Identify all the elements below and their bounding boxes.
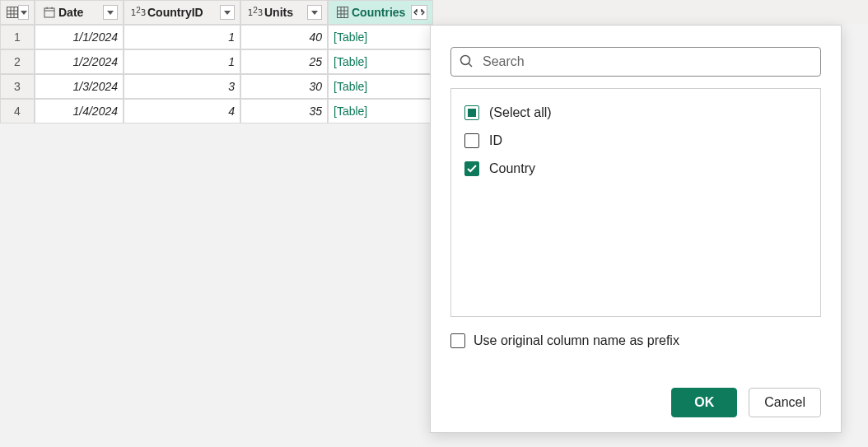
cell-countries[interactable]: [Table] (328, 99, 433, 123)
cell-date[interactable]: 1/3/2024 (35, 74, 124, 99)
svg-rect-0 (7, 7, 17, 18)
header-countryid-dropdown[interactable] (220, 5, 235, 20)
cell-date[interactable]: 1/4/2024 (35, 99, 124, 123)
header-units-label: Units (264, 6, 293, 19)
expand-icon[interactable] (411, 5, 427, 20)
search-input[interactable] (450, 47, 821, 77)
checkbox-unchecked-icon (450, 333, 465, 348)
cell-countryid[interactable]: 3 (124, 74, 240, 99)
number-type-icon: 123 (246, 5, 264, 20)
cell-units[interactable]: 40 (240, 25, 328, 49)
cancel-button[interactable]: Cancel (749, 388, 821, 417)
prefix-option[interactable]: Use original column name as prefix (450, 333, 821, 348)
ok-button[interactable]: OK (671, 388, 737, 417)
cell-date[interactable]: 1/1/2024 (35, 25, 124, 49)
option-select-all[interactable]: (Select all) (458, 99, 814, 127)
row-number: 4 (0, 99, 35, 123)
calendar-icon (40, 5, 58, 20)
header-units[interactable]: 123 Units (240, 0, 328, 25)
columns-list: (Select all) ID Country (450, 88, 821, 317)
header-countries-label: Countries (352, 6, 405, 19)
header-countryid-label: CountryID (147, 6, 203, 19)
search-box (450, 47, 821, 77)
cell-date[interactable]: 1/2/2024 (35, 49, 124, 74)
cell-countryid[interactable]: 1 (124, 25, 240, 49)
svg-rect-5 (44, 8, 54, 17)
cell-units[interactable]: 25 (240, 49, 328, 74)
option-country[interactable]: Country (458, 155, 814, 183)
row-number: 2 (0, 49, 35, 74)
header-date-label: Date (58, 6, 83, 19)
header-date-dropdown[interactable] (103, 5, 118, 20)
cell-countryid[interactable]: 1 (124, 49, 240, 74)
table-icon (6, 5, 18, 20)
cell-countries[interactable]: [Table] (328, 74, 433, 99)
option-id[interactable]: ID (458, 127, 814, 155)
cell-units[interactable]: 35 (240, 99, 328, 123)
expand-panel: (Select all) ID Country Use original col… (430, 25, 842, 433)
header-row: Date 123 CountryID 123 Units Countries (0, 0, 868, 25)
button-row: OK Cancel (450, 371, 821, 417)
header-units-dropdown[interactable] (307, 5, 322, 20)
option-country-label: Country (489, 161, 535, 176)
cell-countryid[interactable]: 4 (124, 99, 240, 123)
table-icon (334, 5, 352, 20)
search-icon (459, 54, 474, 71)
number-type-icon: 123 (129, 5, 147, 20)
header-date[interactable]: Date (35, 0, 124, 25)
header-countries[interactable]: Countries (328, 0, 433, 25)
cell-units[interactable]: 30 (240, 74, 328, 99)
checkbox-partial-icon (464, 105, 479, 120)
option-id-label: ID (489, 133, 502, 148)
row-number: 3 (0, 74, 35, 99)
svg-point-16 (461, 56, 470, 65)
svg-rect-9 (338, 7, 348, 18)
rownum-header[interactable] (0, 0, 35, 25)
rownum-dropdown[interactable] (18, 5, 29, 20)
checkbox-unchecked-icon (464, 133, 479, 148)
checkbox-checked-icon (464, 161, 479, 176)
cell-countries[interactable]: [Table] (328, 49, 433, 74)
option-select-all-label: (Select all) (489, 105, 552, 120)
row-number: 1 (0, 25, 35, 49)
prefix-label: Use original column name as prefix (474, 333, 679, 348)
header-countryid[interactable]: 123 CountryID (124, 0, 240, 25)
cell-countries[interactable]: [Table] (328, 25, 433, 49)
svg-line-17 (469, 63, 472, 67)
